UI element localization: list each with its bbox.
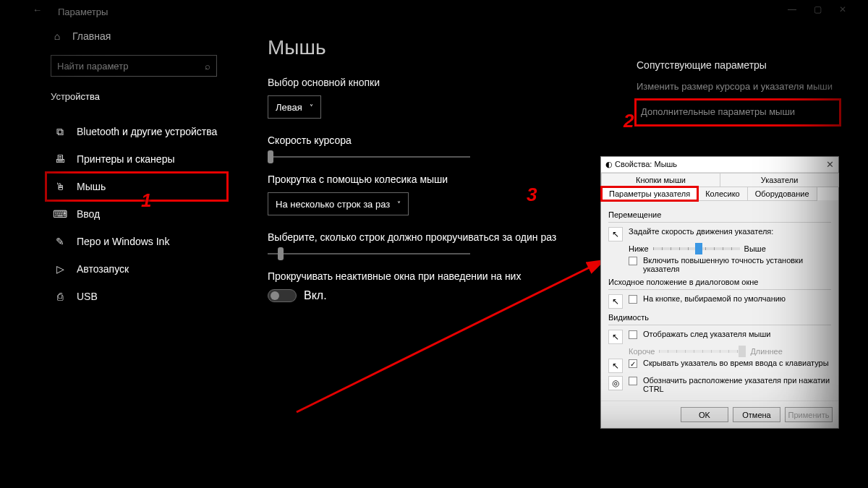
dialog-body: Перемещение ↖ Задайте скорость движения …	[601, 200, 838, 401]
sidebar-item-label: Мышь	[77, 181, 106, 192]
search-icon: ⌕	[205, 61, 210, 72]
window-titlebar: ← Параметры — ▢ ✕	[0, 0, 868, 23]
group-visibility: Видимость	[608, 313, 831, 322]
printer-icon: 🖶	[54, 153, 67, 165]
keyboard-icon: ⌨	[54, 208, 67, 220]
back-icon[interactable]: ←	[33, 4, 42, 15]
close-button[interactable]: ✕	[839, 4, 846, 14]
primary-button-select[interactable]: Левая ˅	[268, 95, 321, 119]
related-heading: Сопутствующие параметры	[637, 59, 839, 71]
slider-thumb[interactable]	[695, 243, 702, 254]
snap-default-checkbox[interactable]	[629, 295, 637, 304]
locate-icon: ◎	[608, 376, 623, 390]
snap-icon: ↖	[608, 294, 623, 309]
cursor-speed-slider[interactable]	[268, 156, 470, 158]
tab-row-front: Параметры указателя Колесико Оборудовани…	[601, 187, 838, 200]
scroll-mode-select[interactable]: На несколько строк за раз ˅	[268, 192, 409, 215]
slider-thumb[interactable]	[268, 150, 273, 163]
mouse-device-icon: ◐	[605, 160, 613, 168]
tab-hardware[interactable]: Оборудование	[747, 187, 817, 201]
sidebar-item-mouse[interactable]: 🖱 Мышь	[46, 173, 227, 200]
sidebar-home-label: Главная	[72, 30, 111, 42]
related-link-advanced[interactable]: Дополнительные параметры мыши	[637, 100, 839, 124]
sidebar-item-label: Bluetooth и другие устройства	[77, 126, 217, 137]
hide-pointer-label: Скрывать указатель во время ввода с клав…	[643, 359, 829, 367]
minimize-button[interactable]: —	[788, 4, 796, 14]
hide-icon: ↖	[608, 359, 623, 373]
dialog-title: Свойства: Мышь	[615, 160, 677, 168]
sidebar-item-label: USB	[77, 291, 98, 302]
tab-row-back: Кнопки мыши Указатели	[601, 173, 838, 187]
sidebar-item-bluetooth[interactable]: ⧉ Bluetooth и другие устройства	[51, 118, 239, 145]
search-input[interactable]: Найти параметр ⌕	[51, 55, 217, 77]
related-panel: Сопутствующие параметры Изменить размер …	[637, 59, 839, 132]
pen-icon: ✎	[54, 236, 67, 247]
autoplay-icon: ▷	[54, 263, 67, 275]
trail-short-label: Короче	[629, 347, 655, 356]
lines-slider[interactable]	[268, 253, 470, 254]
toggle-knob	[271, 291, 279, 300]
chevron-down-icon: ˅	[310, 103, 313, 111]
ctrl-locate-label: Обозначить расположение указателя при на…	[643, 376, 831, 393]
sidebar-item-label: Перо и Windows Ink	[77, 236, 169, 247]
speed-high-label: Выше	[744, 244, 766, 253]
tab-pointer-options[interactable]: Параметры указателя	[601, 187, 698, 201]
pointer-speed-label: Задайте скорость движения указателя:	[629, 227, 773, 236]
pointer-icon: ↖	[608, 227, 623, 241]
lines-label: Выберите, сколько строк должно прокручив…	[268, 231, 615, 243]
sidebar-item-autoplay[interactable]: ▷ Автозапуск	[51, 255, 239, 283]
dialog-buttons: OK Отмена Применить	[601, 401, 838, 428]
trail-icon: ↖	[608, 330, 623, 344]
sidebar-item-label: Автозапуск	[77, 263, 129, 275]
window-title: Параметры	[58, 7, 108, 17]
trail-length-slider	[659, 350, 746, 353]
chevron-down-icon: ˅	[397, 200, 401, 208]
group-snap: Исходное положение в диалоговом окне	[608, 278, 831, 286]
group-motion: Перемещение	[608, 210, 831, 219]
slider-thumb[interactable]	[278, 247, 284, 260]
toggle-pill[interactable]	[268, 289, 297, 302]
sidebar-item-pen[interactable]: ✎ Перо и Windows Ink	[51, 228, 239, 255]
pointer-trail-label: Отображать след указателя мыши	[643, 330, 770, 338]
sidebar-item-label: Принтеры и сканеры	[77, 153, 174, 165]
mouse-icon: 🖱	[54, 181, 67, 192]
apply-button[interactable]: Применить	[785, 407, 833, 422]
trail-long-label: Длиннее	[750, 347, 782, 356]
sidebar-home[interactable]: ⌂ Главная	[51, 30, 239, 42]
tab-wheel[interactable]: Колесико	[697, 187, 748, 201]
main-content: Мышь Выбор основной кнопки Левая ˅ Скоро…	[268, 36, 615, 302]
sidebar-item-label: Ввод	[77, 208, 100, 220]
dialog-titlebar: ◐ Свойства: Мышь ✕	[601, 157, 838, 173]
sidebar-section: Устройства	[51, 91, 239, 102]
cursor-speed-label: Скорость курсора	[268, 134, 615, 146]
bluetooth-icon: ⧉	[54, 126, 67, 138]
home-icon: ⌂	[51, 30, 64, 42]
maximize-button[interactable]: ▢	[814, 4, 822, 14]
pointer-trail-checkbox[interactable]	[629, 330, 637, 339]
enhance-precision-label: Включить повышенную точность установки у…	[643, 256, 831, 273]
cancel-button[interactable]: Отмена	[733, 407, 780, 422]
enhance-precision-checkbox[interactable]	[629, 257, 637, 265]
inactive-scroll-toggle[interactable]: Вкл.	[268, 289, 615, 302]
sidebar: ⌂ Главная Найти параметр ⌕ Устройства ⧉ …	[51, 30, 239, 310]
tab-buttons[interactable]: Кнопки мыши	[601, 173, 720, 187]
window-controls: — ▢ ✕	[788, 4, 846, 14]
speed-low-label: Ниже	[629, 244, 649, 253]
scroll-mode-value: На несколько строк за раз	[276, 199, 390, 210]
dialog-close-button[interactable]: ✕	[826, 159, 834, 170]
primary-button-value: Левая	[276, 102, 302, 113]
tab-pointers[interactable]: Указатели	[720, 173, 839, 187]
sidebar-item-printers[interactable]: 🖶 Принтеры и сканеры	[51, 145, 239, 173]
slider-thumb	[739, 346, 746, 357]
related-link-cursorsize[interactable]: Изменить размер курсора и указателя мыши	[637, 81, 839, 93]
primary-button-label: Выбор основной кнопки	[268, 77, 615, 88]
page-title: Мышь	[268, 36, 615, 59]
ok-button[interactable]: OK	[681, 407, 728, 422]
usb-icon: ⎙	[54, 291, 67, 302]
toggle-state: Вкл.	[304, 289, 327, 302]
scroll-mode-label: Прокрутка с помощью колесика мыши	[268, 174, 615, 185]
ctrl-locate-checkbox[interactable]	[629, 377, 637, 385]
pointer-speed-slider[interactable]	[653, 247, 740, 250]
hide-pointer-checkbox[interactable]: ✓	[629, 359, 637, 368]
sidebar-item-usb[interactable]: ⎙ USB	[51, 283, 239, 310]
